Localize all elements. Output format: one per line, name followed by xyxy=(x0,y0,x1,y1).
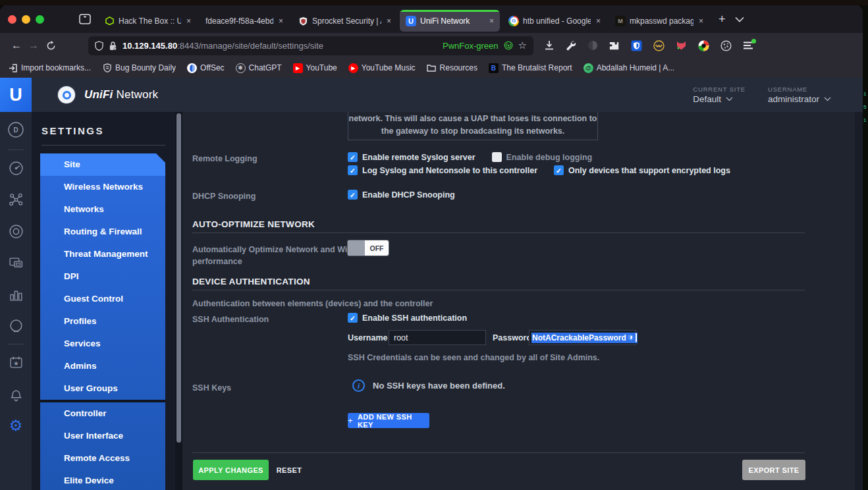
new-tab-button[interactable]: + xyxy=(719,13,726,26)
plus-icon: + xyxy=(348,416,353,425)
bookmark-brutalist-report[interactable]: BThe Brutalist Report xyxy=(489,63,572,73)
sidebar-item-guest-control[interactable]: Guest Control xyxy=(40,288,165,310)
add-new-ssh-key-button[interactable]: + ADD NEW SSH KEY xyxy=(348,413,429,428)
reload-button[interactable] xyxy=(42,41,59,51)
ssh-password-input[interactable]: NotACrackablePassword xyxy=(529,330,636,345)
minimize-window-button[interactable] xyxy=(22,15,30,24)
tab-google-search[interactable]: htb unified - Google S × xyxy=(502,10,607,32)
username-menu[interactable]: USERNAME administrator xyxy=(768,86,831,104)
checkbox-enable-ssh-auth[interactable] xyxy=(348,313,358,323)
extensions-puzzle-icon[interactable] xyxy=(609,40,620,51)
bookmark-bug-bounty-daily[interactable]: Bug Bounty Daily xyxy=(102,63,176,73)
cookie-manager-icon[interactable] xyxy=(720,40,732,51)
sidebar-item-elite-device[interactable]: Elite Device xyxy=(40,470,165,490)
ssh-keys-empty-message: No SSH keys have been defined. xyxy=(373,381,505,391)
checkbox-encrypted-logs-only[interactable] xyxy=(554,165,564,175)
current-site-selector[interactable]: CURRENT SITE Default xyxy=(693,86,746,104)
bookmark-import[interactable]: Import bookmarks... xyxy=(8,63,91,73)
sidebar-item-user-groups[interactable]: User Groups xyxy=(40,377,165,400)
nav-statistics-icon[interactable] xyxy=(0,279,32,310)
nav-devices-icon[interactable] xyxy=(0,215,32,247)
auto-optimize-toggle[interactable]: OFF xyxy=(348,240,389,256)
tracking-protection-shield-icon[interactable] xyxy=(95,41,103,51)
tab-close-icon[interactable]: × xyxy=(279,16,283,26)
checkbox-log-syslog-netconsole[interactable] xyxy=(348,165,358,175)
tab-mkpasswd[interactable]: M mkpasswd package n × xyxy=(609,10,709,32)
bookmark-abdallah-humeid[interactable]: @Abdallah Humeid | A... xyxy=(583,63,675,73)
sidebar-item-site[interactable]: Site xyxy=(40,153,165,176)
foxyproxy-icon[interactable] xyxy=(698,40,709,51)
sidebar-item-profiles[interactable]: Profiles xyxy=(40,310,165,333)
remote-logging-label: Remote Logging xyxy=(192,154,258,163)
tab-unifi-network-active[interactable]: U UniFi Network × xyxy=(400,10,500,32)
pwnfox-icon[interactable] xyxy=(676,40,687,51)
bookmark-youtube-music[interactable]: ▶YouTube Music xyxy=(348,63,416,73)
export-site-button[interactable]: EXPORT SITE xyxy=(742,460,805,480)
sidebar-item-controller[interactable]: Controller xyxy=(40,402,165,425)
tab-close-icon[interactable]: × xyxy=(387,16,391,26)
sidebar-item-routing-firewall[interactable]: Routing & Firewall xyxy=(40,221,165,243)
sidebar-item-threat-management[interactable]: Threat Management xyxy=(40,243,165,265)
bookmark-offsec[interactable]: OffSec xyxy=(187,63,224,73)
maximize-window-button[interactable] xyxy=(36,15,44,24)
footer-divider xyxy=(192,452,805,453)
sidebar-item-admins[interactable]: Admins xyxy=(40,355,165,377)
bookmark-label: Abdallah Humeid | A... xyxy=(597,63,675,72)
bookmark-chatgpt[interactable]: ✱ChatGPT xyxy=(236,63,282,73)
checkbox-enable-dhcp-snooping[interactable] xyxy=(348,190,358,200)
checkbox-enable-remote-syslog[interactable] xyxy=(348,152,358,162)
tab-close-icon[interactable]: × xyxy=(596,16,601,26)
chatgpt-icon: ✱ xyxy=(236,63,246,73)
unifi-logo[interactable]: U xyxy=(0,78,32,112)
nav-events-icon[interactable]: ★ xyxy=(0,346,32,378)
nav-clients-icon[interactable] xyxy=(0,247,32,279)
nav-dashboard-icon[interactable] xyxy=(0,152,32,184)
tab-close-icon[interactable]: × xyxy=(489,16,494,26)
nav-settings-gear-icon[interactable]: ⚙ xyxy=(0,410,32,441)
sidebar-item-networks[interactable]: Networks xyxy=(40,198,165,221)
nav-alerts-bell-icon[interactable] xyxy=(0,378,32,410)
page-scrollbar[interactable] xyxy=(855,112,863,490)
sidebar-item-dpi[interactable]: DPI xyxy=(40,265,165,288)
macos-window-controls[interactable] xyxy=(8,15,44,24)
downloads-icon[interactable] xyxy=(544,40,555,51)
bookmark-folder-resources[interactable]: Resources xyxy=(427,63,477,73)
bitwarden-icon[interactable] xyxy=(631,40,642,51)
sidebar-item-services[interactable]: Services xyxy=(40,333,165,355)
forward-button[interactable]: → xyxy=(25,40,42,51)
checkbox-enable-debug-logging[interactable] xyxy=(492,152,502,162)
back-button[interactable]: ← xyxy=(8,40,25,51)
bookmark-star-icon[interactable]: ☆ xyxy=(518,40,527,51)
tab-close-icon[interactable]: × xyxy=(186,16,191,26)
reset-button[interactable]: RESET xyxy=(269,460,309,480)
url-bar[interactable]: 10.129.145.80:8443/manage/site/default/s… xyxy=(88,36,533,55)
wappalyzer-icon[interactable] xyxy=(653,40,665,51)
section-divider xyxy=(192,232,805,233)
list-all-tabs-icon[interactable] xyxy=(735,16,744,22)
username-value: root xyxy=(394,333,408,342)
dark-reader-icon[interactable] xyxy=(587,40,598,51)
content-scrollbar-thumb[interactable] xyxy=(176,113,181,443)
tab-fdeace9f[interactable]: fdeace9f-f58a-4ebd-ac41 × xyxy=(200,10,289,32)
close-window-button[interactable] xyxy=(8,15,16,24)
tab-hackthebox[interactable]: Hack The Box :: Unifie × xyxy=(98,10,197,32)
tab-close-icon[interactable]: × xyxy=(699,16,703,26)
connection-lock-warning-icon[interactable] xyxy=(109,41,117,51)
site-badge[interactable]: D xyxy=(0,112,32,148)
tab-sprocket[interactable]: Sprocket Security | An × xyxy=(292,10,397,32)
app-menu-hamburger-icon[interactable] xyxy=(743,41,753,50)
firefox-view-icon[interactable] xyxy=(78,13,92,25)
ssh-username-input[interactable]: root xyxy=(389,330,486,345)
apply-changes-button[interactable]: APPLY CHANGES xyxy=(193,460,269,480)
bookmark-label: YouTube xyxy=(306,63,337,72)
svg-text:D: D xyxy=(13,126,18,134)
sidebar-item-remote-access[interactable]: Remote Access xyxy=(40,447,165,470)
developer-wrench-icon[interactable] xyxy=(566,40,576,51)
sidebar-item-wireless-networks[interactable]: Wireless Networks xyxy=(40,176,165,198)
sidebar-item-user-interface[interactable]: User Interface xyxy=(40,425,165,447)
nav-topology-icon[interactable] xyxy=(0,184,32,215)
bookmark-youtube[interactable]: ▶YouTube xyxy=(293,63,337,73)
content-scrollbar-track[interactable] xyxy=(175,112,182,490)
url-text[interactable]: 10.129.145.80:8443/manage/site/default/s… xyxy=(122,41,323,51)
nav-insights-icon[interactable] xyxy=(0,310,32,342)
